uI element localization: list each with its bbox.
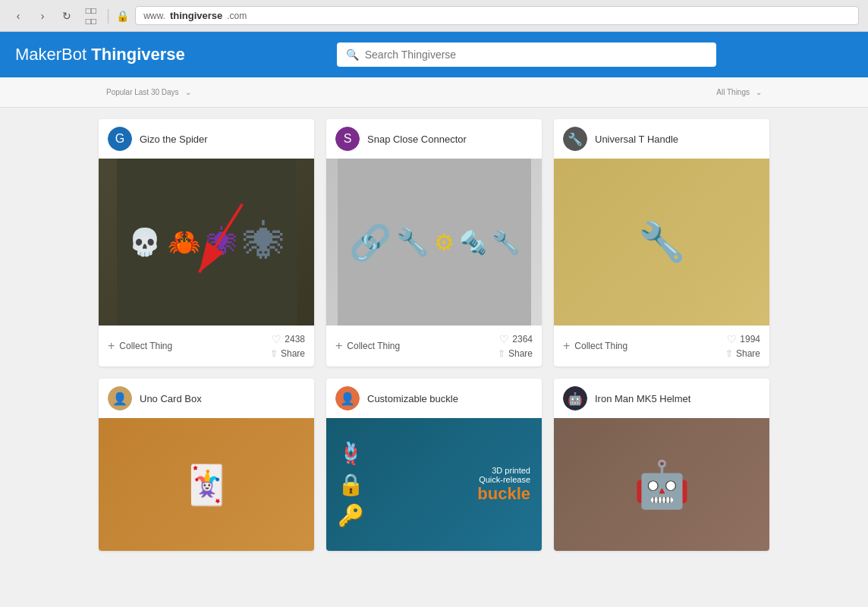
like-button-thandle[interactable]: ♡ 1994 (727, 333, 760, 345)
back-button[interactable]: ‹ (9, 7, 27, 25)
ironman-visual: 🤖 (554, 418, 769, 551)
like-share-group-spider: ♡ 2438 ⇧ Share (270, 333, 305, 359)
category-filter-label: All Things (716, 88, 750, 96)
like-button-connector[interactable]: ♡ 2364 (499, 333, 533, 345)
collect-button-spider[interactable]: + Collect Thing (108, 339, 172, 353)
card-actions-thandle: + Collect Thing ♡ 1994 ⇧ Share (563, 333, 760, 359)
card-connector: S Snap Close Connector 🔗 🔧 ⚙ 🔩 🔧 + Coll (326, 119, 542, 366)
browser-toolbar: ‹ › ↻ □□□□ | 🔒 www.thingiverse.com (0, 0, 868, 31)
like-count-spider: 2438 (285, 334, 305, 344)
like-share-group-connector: ♡ 2364 ⇧ Share (498, 333, 533, 359)
chevron-down-icon: ⌄ (185, 88, 191, 96)
avatar-thandle: 🔧 (563, 127, 587, 151)
card-header-thandle: 🔧 Universal T Handle (554, 119, 769, 159)
buckle-shapes: 🪢 🔒 🔑 (338, 441, 364, 528)
buckle-gold: 🔑 (338, 503, 364, 528)
card-image-connector: 🔗 🔧 ⚙ 🔩 🔧 (326, 159, 542, 326)
buckle-text-group: 3D printed Quick-release buckle (477, 466, 530, 504)
card-title-uno: Uno Card Box (140, 393, 202, 404)
buckle-line2: Quick-release (477, 475, 530, 484)
card-uno: 👤 Uno Card Box 🃏 (99, 379, 314, 551)
card-footer-spider: + Collect Thing ♡ 2438 ⇧ Share (99, 326, 314, 366)
collect-button-connector[interactable]: + Collect Thing (335, 339, 400, 353)
logo-name: Thingiverse (91, 45, 184, 64)
logo-area: MakerBot Thingiverse (15, 45, 185, 64)
card-image-uno: 🃏 (99, 418, 314, 551)
card-buckle: 👤 Customizable buckle 🪢 🔒 🔑 3D printed Q… (326, 379, 542, 551)
address-bar[interactable]: www.thingiverse.com (135, 6, 859, 25)
search-bar[interactable]: 🔍 (337, 42, 716, 67)
browser-chrome: ‹ › ↻ □□□□ | 🔒 www.thingiverse.com (0, 0, 868, 32)
share-button-thandle[interactable]: ⇧ Share (725, 348, 760, 359)
share-label-thandle: Share (736, 348, 760, 359)
separator: | (106, 7, 110, 24)
time-filter-label: Popular Last 30 Days (106, 88, 179, 96)
logo-text: MakerBot Thingiverse (15, 45, 185, 64)
url-domain: thingiverse (170, 10, 222, 21)
logo-brand: MakerBot (15, 45, 91, 64)
avatar-spider: G (108, 127, 132, 151)
card-title-buckle: Customizable buckle (367, 393, 458, 404)
search-icon: 🔍 (346, 49, 359, 61)
card-title-thandle: Universal T Handle (595, 134, 678, 145)
share-label-spider: Share (281, 348, 305, 359)
avatar-uno: 👤 (108, 386, 132, 410)
url-prefix: www. (143, 11, 165, 21)
avatar-connector: S (335, 127, 360, 151)
spider-figures: 💀 🦀 🕷 🕷 (117, 159, 297, 326)
url-suffix: .com (227, 11, 247, 21)
share-button-connector[interactable]: ⇧ Share (498, 348, 533, 359)
lock-icon: 🔒 (116, 10, 129, 22)
connector-visual: 🔗 🔧 ⚙ 🔩 🔧 (338, 159, 531, 326)
like-count-thandle: 1994 (740, 334, 760, 344)
card-header-connector: S Snap Close Connector (326, 119, 542, 159)
avatar-placeholder-buckle: 👤 (335, 386, 360, 410)
like-button-spider[interactable]: ♡ 2438 (272, 333, 305, 345)
share-icon-spider: ⇧ (270, 348, 278, 359)
plus-icon-thandle: + (563, 339, 570, 353)
avatar-placeholder-thandle: 🔧 (563, 127, 587, 151)
avatar-ironman: 🤖 (563, 386, 587, 410)
thandle-visual: 🔧 (554, 159, 769, 326)
share-label-connector: Share (508, 348, 533, 359)
share-icon-connector: ⇧ (498, 348, 505, 359)
card-image-spider: 💀 🦀 🕷 🕷 (99, 159, 314, 326)
card-header-buckle: 👤 Customizable buckle (326, 379, 542, 418)
buckle-pink: 🪢 (338, 441, 364, 466)
chevron-down-icon-2: ⌄ (756, 88, 762, 96)
collect-label-thandle: Collect Thing (574, 341, 627, 351)
card-actions-spider: + Collect Thing ♡ 2438 ⇧ Share (108, 333, 305, 359)
spider-red: 🦀 (168, 227, 201, 258)
site-header: MakerBot Thingiverse 🔍 (0, 32, 868, 77)
plus-icon-spider: + (108, 339, 115, 353)
heart-icon-spider: ♡ (272, 333, 281, 345)
share-button-spider[interactable]: ⇧ Share (270, 348, 305, 359)
collect-label-spider: Collect Thing (119, 341, 172, 351)
spider-white: 💀 (128, 227, 162, 258)
filters-row: Popular Last 30 Days ⌄ All Things ⌄ (0, 77, 868, 108)
heart-icon-connector: ♡ (499, 333, 509, 345)
uno-visual: 🃏 (99, 418, 314, 551)
spider-gray: 🕷 (244, 218, 285, 266)
like-count-connector: 2364 (512, 334, 533, 344)
card-footer-connector: + Collect Thing ♡ 2364 ⇧ Share (326, 326, 542, 366)
collect-button-thandle[interactable]: + Collect Thing (563, 339, 627, 353)
avatar-placeholder-ironman: 🤖 (563, 386, 587, 410)
main-content: G Gizo the Spider 💀 🦀 🕷 🕷 (0, 108, 868, 562)
card-actions-connector: + Collect Thing ♡ 2364 ⇧ Share (335, 333, 533, 359)
card-title-connector: Snap Close Connector (367, 134, 467, 145)
collect-label-connector: Collect Thing (347, 341, 400, 351)
grid-button[interactable]: □□□□ (82, 7, 100, 25)
refresh-button[interactable]: ↻ (58, 7, 76, 25)
time-filter-dropdown[interactable]: Popular Last 30 Days ⌄ (106, 85, 191, 99)
card-thandle: 🔧 Universal T Handle 🔧 + Collect Thing (554, 119, 769, 366)
buckle-line1: 3D printed (477, 466, 530, 475)
card-spider: G Gizo the Spider 💀 🦀 🕷 🕷 (99, 119, 314, 366)
spider-purple: 🕷 (207, 225, 237, 259)
forward-button[interactable]: › (33, 7, 52, 25)
category-filter-dropdown[interactable]: All Things ⌄ (716, 85, 762, 99)
avatar-placeholder-connector: S (335, 127, 360, 151)
cards-grid: G Gizo the Spider 💀 🦀 🕷 🕷 (99, 119, 769, 551)
card-title-ironman: Iron Man MK5 Helmet (595, 393, 690, 404)
search-input[interactable] (365, 49, 707, 61)
